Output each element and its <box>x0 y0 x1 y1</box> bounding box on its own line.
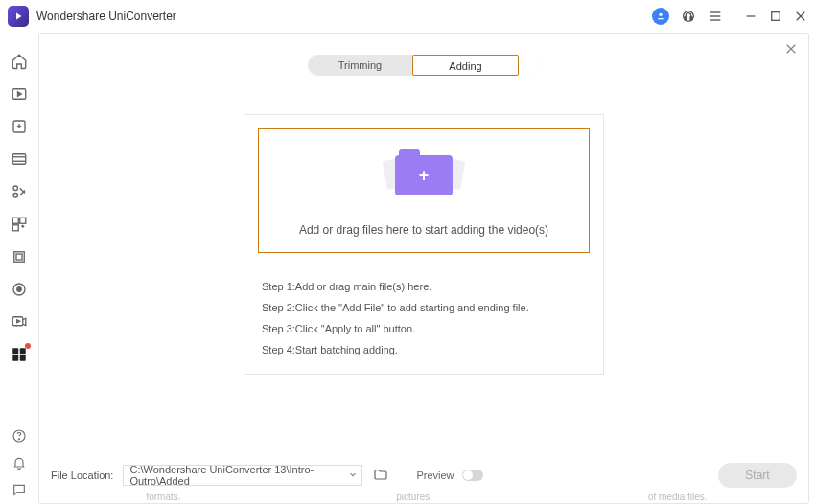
app-logo <box>8 6 29 27</box>
feedback-icon[interactable] <box>11 481 28 498</box>
preview-toggle[interactable] <box>462 470 483 481</box>
title-bar: Wondershare UniConverter <box>0 0 815 33</box>
svg-rect-3 <box>690 17 692 20</box>
main-area: Trimming Adding + Add or drag files here… <box>38 33 815 504</box>
sidebar-convert-icon[interactable] <box>10 84 29 103</box>
sidebar-download-icon[interactable] <box>10 117 29 136</box>
file-location-dropdown[interactable]: C:\Wondershare UniConverter 13\Intro-Out… <box>123 465 362 486</box>
adding-dialog: Trimming Adding + Add or drag files here… <box>38 33 809 504</box>
svg-point-26 <box>17 287 22 292</box>
sidebar-merge-icon[interactable] <box>10 215 29 234</box>
svg-point-17 <box>13 194 18 198</box>
steps-list: Step 1:Add or drag main file(s) here. St… <box>244 266 603 374</box>
sidebar-edit-icon[interactable] <box>10 182 29 201</box>
close-button[interactable] <box>794 10 807 23</box>
preview-label: Preview <box>416 470 454 481</box>
svg-rect-13 <box>12 154 26 165</box>
account-avatar[interactable] <box>652 8 669 25</box>
sidebar-record-icon[interactable] <box>10 280 29 299</box>
drop-text: Add or drag files here to start adding t… <box>299 223 548 237</box>
svg-rect-24 <box>16 254 22 260</box>
file-location-label: File Location: <box>51 470 113 481</box>
step-3: Step 3:Click "Apply to all" button. <box>262 318 586 339</box>
folder-plus-icon: + <box>395 155 453 195</box>
svg-rect-28 <box>12 348 18 354</box>
menu-icon[interactable] <box>708 9 723 24</box>
sidebar-player-icon[interactable] <box>10 312 29 332</box>
step-1: Step 1:Add or drag main file(s) here. <box>262 276 586 297</box>
svg-rect-30 <box>12 355 18 361</box>
dialog-close-icon[interactable] <box>783 41 799 57</box>
segment-trimming[interactable]: Trimming <box>308 55 412 76</box>
support-icon[interactable] <box>681 9 696 24</box>
notifications-icon[interactable] <box>11 454 28 471</box>
drop-zone[interactable]: + Add or drag files here to start adding… <box>258 128 590 253</box>
segment-adding[interactable]: Adding <box>412 55 519 76</box>
segment-tail <box>519 55 540 76</box>
svg-rect-2 <box>685 17 687 20</box>
svg-point-35 <box>18 439 19 440</box>
mode-segmented: Trimming Adding <box>308 55 540 76</box>
drop-panel: + Add or drag files here to start adding… <box>244 114 604 375</box>
maximize-button[interactable] <box>769 10 782 23</box>
svg-rect-22 <box>12 225 18 231</box>
sidebar-toolbox-icon[interactable] <box>10 345 29 364</box>
minimize-button[interactable] <box>744 10 757 23</box>
chevron-down-icon <box>348 470 358 481</box>
file-location-path: C:\Wondershare UniConverter 13\Intro-Out… <box>129 464 344 487</box>
app-title: Wondershare UniConverter <box>36 10 176 23</box>
sidebar-home-icon[interactable] <box>10 52 29 71</box>
folder-illustration: + <box>371 147 477 204</box>
browse-folder-icon[interactable] <box>372 467 389 484</box>
svg-rect-20 <box>12 218 18 223</box>
sidebar-crop-icon[interactable] <box>10 247 29 266</box>
dialog-footer: File Location: C:\Wondershare UniConvert… <box>39 447 808 503</box>
svg-point-0 <box>659 13 662 16</box>
step-4: Step 4:Start batching adding. <box>262 339 586 360</box>
svg-rect-31 <box>20 355 26 361</box>
start-button[interactable]: Start <box>718 463 797 488</box>
svg-rect-8 <box>772 12 780 21</box>
svg-rect-29 <box>20 348 26 354</box>
svg-point-16 <box>13 186 18 191</box>
step-2: Step 2:Click the "Add File" to add start… <box>262 297 586 318</box>
svg-rect-21 <box>20 218 26 223</box>
sidebar-compress-icon[interactable] <box>10 149 29 169</box>
help-icon[interactable] <box>11 427 28 445</box>
